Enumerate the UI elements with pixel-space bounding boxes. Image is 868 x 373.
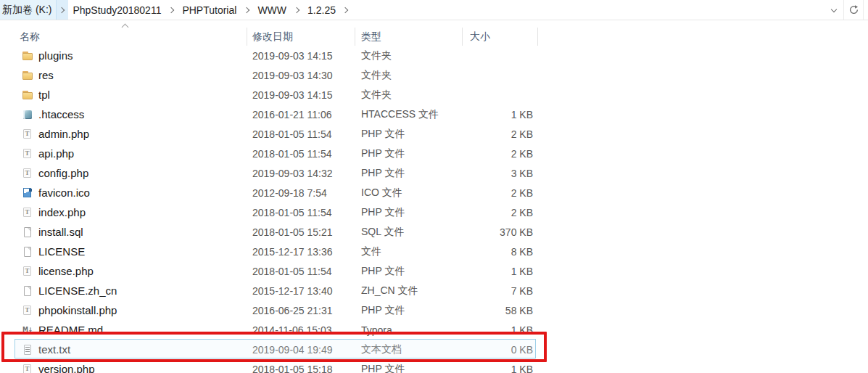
file-type: ICO 文件 [361,186,470,200]
file-type: 文件夹 [361,89,470,102]
file-size: 7 KB [470,285,538,297]
file-type: HTACCESS 文件 [361,108,470,121]
refresh-button[interactable] [844,0,863,20]
breadcrumb-item-drive[interactable]: 新加卷 (K:) [0,0,56,20]
file-date-modified: 2018-01-05 11:54 [252,266,361,277]
file-name: api.php [38,147,74,160]
file-size: 1 KB [470,109,538,120]
file-date-modified: 2019-09-03 14:15 [252,89,361,101]
file-date-modified: 2019-09-03 14:15 [252,50,361,62]
file-date-modified: 2015-12-17 13:40 [252,285,361,297]
file-date-modified: 2014-11-06 15:03 [252,324,361,336]
address-bar[interactable]: 新加卷 (K:) PhpStudy20180211 PHPTutorial WW… [0,0,868,20]
file-row[interactable]: install.sql 2018-01-05 15:21 SQL 文件 370 … [0,222,868,242]
breadcrumb-item-www[interactable]: WWW [253,0,291,20]
file-row[interactable]: config.php 2019-09-03 14:32 PHP 文件 3 KB [0,163,868,183]
file-name: .htaccess [38,108,84,120]
breadcrumb-chevron-icon[interactable] [340,0,352,20]
file-date-modified: 2018-01-05 11:54 [252,128,361,140]
file-row[interactable]: .htaccess 2016-01-21 11:06 HTACCESS 文件 1… [0,104,868,124]
file-name: plugins [38,49,73,62]
breadcrumb-item-phptutorial[interactable]: PHPTutorial [178,0,241,20]
file-row[interactable]: tpl 2019-09-03 14:15 文件夹 [0,85,868,104]
file-type: 文件 [361,245,470,258]
breadcrumb-chevron-icon[interactable] [56,0,68,20]
column-headers: 名称 修改日期 类型 大小 [0,28,868,46]
breadcrumb-chevron-icon[interactable] [241,0,253,20]
file-size: 3 KB [470,168,538,179]
refresh-icon [848,4,859,15]
file-size: 2 KB [470,148,538,160]
file-type: Typora [361,324,470,336]
folder-icon [22,89,33,101]
file-row[interactable]: LICENSE.zh_cn 2015-12-17 13:40 ZH_CN 文件 … [0,281,868,300]
file-row[interactable]: res 2019-09-03 14:30 文件夹 [0,65,868,85]
text-document-icon [22,344,33,356]
file-date-modified: 2018-01-05 15:21 [252,226,361,238]
file-row[interactable]: text.txt 2019-09-04 19:49 文本文档 0 KB [0,340,868,359]
file-explorer-window: 新加卷 (K:) PhpStudy20180211 PHPTutorial WW… [0,0,868,373]
folder-icon [22,50,33,62]
text-editor-icon [22,364,33,373]
file-row[interactable]: index.php 2018-01-05 11:54 PHP 文件 2 KB [0,202,868,222]
file-name: LICENSE [38,245,85,258]
column-header-name[interactable]: 名称 [0,28,247,46]
notebook-icon [22,109,33,120]
file-row[interactable]: plugins 2019-09-03 14:15 文件夹 [0,46,868,65]
file-row[interactable]: README.md 2014-11-06 15:03 Typora 1 KB [0,320,868,340]
chevron-down-icon [831,6,837,12]
address-history-dropdown-button[interactable] [824,0,843,20]
file-row[interactable]: api.php 2018-01-05 11:54 PHP 文件 2 KB [0,144,868,163]
file-name: admin.php [38,128,89,140]
file-date-modified: 2019-09-04 19:49 [252,344,361,356]
text-editor-icon [22,128,33,140]
file-row[interactable]: favicon.ico 2012-09-18 7:54 ICO 文件 2 KB [0,183,868,202]
file-rows: plugins 2019-09-03 14:15 文件夹 res 2019-09… [0,46,868,373]
file-type: PHP 文件 [361,147,470,160]
file-row[interactable]: LICENSE 2015-12-17 13:36 文件 8 KB [0,242,868,261]
file-name: phpokinstall.php [38,304,117,316]
file-row[interactable]: admin.php 2018-01-05 11:54 PHP 文件 2 KB [0,124,868,144]
file-date-modified: 2016-01-21 11:06 [252,109,361,120]
text-editor-icon [22,168,33,179]
file-date-modified: 2018-01-05 15:18 [252,364,361,373]
file-type: 文本文档 [361,343,470,356]
file-row[interactable]: license.php 2018-01-05 11:54 PHP 文件 1 KB [0,261,868,281]
text-editor-icon [22,305,33,316]
image-icon [22,187,33,199]
file-row[interactable]: phpokinstall.php 2016-06-25 21:31 PHP 文件… [0,300,868,320]
file-type: PHP 文件 [361,167,470,180]
file-size: 1 KB [470,266,538,277]
blank-file-icon [22,246,33,258]
file-size: 1 KB [470,364,538,373]
file-type: PHP 文件 [361,265,470,278]
breadcrumb-item-version[interactable]: 1.2.25 [303,0,340,20]
file-date-modified: 2015-12-17 13:36 [252,246,361,258]
file-name: favicon.ico [38,186,90,199]
column-header-date-modified[interactable]: 修改日期 [247,28,355,46]
breadcrumb-chevron-icon[interactable] [165,0,178,20]
text-editor-icon [22,207,33,218]
file-size: 2 KB [470,187,538,199]
blank-file-icon [22,285,33,297]
file-name: license.php [38,265,94,277]
file-name: version.php [38,363,95,373]
text-editor-icon [22,266,33,277]
breadcrumb-item-phpstudy[interactable]: PhpStudy20180211 [68,0,165,20]
file-size: 8 KB [470,246,538,258]
file-name: config.php [38,167,88,179]
file-date-modified: 2019-09-03 14:30 [252,70,361,81]
file-date-modified: 2016-06-25 21:31 [252,305,361,316]
file-date-modified: 2012-09-18 7:54 [252,187,361,199]
file-type: 文件夹 [361,49,470,62]
breadcrumb-chevron-icon[interactable] [291,0,303,20]
file-size: 370 KB [470,226,538,238]
column-header-type[interactable]: 类型 [355,28,463,46]
file-row[interactable]: version.php 2018-01-05 15:18 PHP 文件 1 KB [0,359,868,373]
column-header-size[interactable]: 大小 [463,28,538,46]
file-size: 58 KB [470,305,538,316]
file-type: PHP 文件 [361,304,470,317]
file-name: res [38,69,54,81]
file-name: index.php [38,206,86,218]
file-type: PHP 文件 [361,363,470,373]
